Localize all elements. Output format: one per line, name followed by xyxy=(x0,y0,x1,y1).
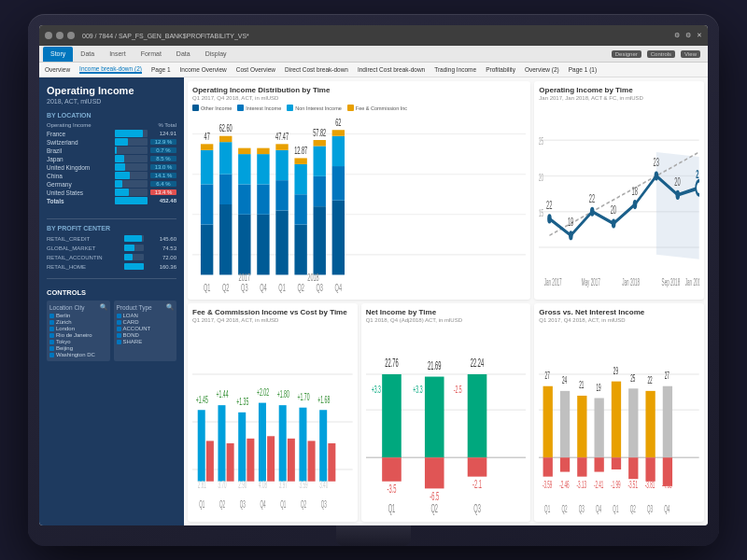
svg-text:2.81: 2.81 xyxy=(198,480,206,491)
svg-rect-19 xyxy=(257,184,269,214)
filter-item: Tokyo xyxy=(49,339,107,344)
svg-text:47: 47 xyxy=(204,131,210,143)
tab-story[interactable]: Story xyxy=(43,47,73,62)
svg-rect-104 xyxy=(328,443,335,482)
svg-rect-38 xyxy=(332,166,345,201)
svg-text:19: 19 xyxy=(597,383,601,394)
svg-rect-95 xyxy=(267,436,275,481)
svg-text:Q4: Q4 xyxy=(260,282,267,294)
svg-rect-154 xyxy=(628,388,638,457)
tab-data[interactable]: Data xyxy=(73,47,102,62)
chart4-area: 22.76 -3.5 21.69 -6.5 22.24 xyxy=(366,327,527,517)
svg-text:Q3: Q3 xyxy=(321,499,327,511)
svg-text:22.76: 22.76 xyxy=(385,357,399,370)
svg-point-60 xyxy=(590,207,595,217)
chart3-area: +1.45 +1.44 +1.35 +2.02 xyxy=(192,327,353,517)
svg-text:+2.02: +2.02 xyxy=(257,386,269,399)
svg-text:3.97: 3.97 xyxy=(279,480,288,491)
filter-item: Zürich xyxy=(49,319,107,325)
svg-text:20: 20 xyxy=(539,173,543,184)
chart-operating-income-dist: Operating Income Distribution by Time Q1… xyxy=(188,81,530,300)
svg-text:-3.13: -3.13 xyxy=(577,480,587,491)
top-bar: 009 / 7844 / SAP_FS_GEN_BANK$PROFITABILI… xyxy=(39,25,708,46)
tab-format[interactable]: Format xyxy=(134,47,169,62)
location-city-filter: Location City 🔍 Berlin Zürich London Rio… xyxy=(47,301,110,361)
tab-insert[interactable]: Insert xyxy=(102,47,134,62)
svg-text:23: 23 xyxy=(654,156,660,169)
nav-trading[interactable]: Trading Income xyxy=(434,66,476,73)
nav-profitability[interactable]: Profitability xyxy=(486,66,515,73)
svg-text:-2.5: -2.5 xyxy=(454,384,462,396)
filter-item: SHARE xyxy=(117,339,175,344)
svg-point-62 xyxy=(633,200,638,209)
profit-row: RETAIL_HOME 160.36 xyxy=(47,263,176,270)
svg-rect-16 xyxy=(238,154,250,184)
svg-rect-23 xyxy=(275,180,288,210)
nav-cost-overview[interactable]: Cost Overview xyxy=(236,66,275,73)
svg-text:Q1: Q1 xyxy=(204,282,211,294)
svg-text:Q2: Q2 xyxy=(219,499,225,511)
svg-text:3.70: 3.70 xyxy=(218,480,227,491)
svg-text:-4.63: -4.63 xyxy=(662,480,672,491)
nav-income-overview[interactable]: Income Overview xyxy=(180,66,227,73)
monitor: 009 / 7844 / SAP_FS_GEN_BANK$PROFITABILI… xyxy=(28,14,719,546)
svg-text:Q2: Q2 xyxy=(562,504,568,515)
svg-rect-160 xyxy=(543,457,553,476)
svg-rect-129 xyxy=(425,457,444,488)
window-path: 009 / 7844 / SAP_FS_GEN_BANK$PROFITABILI… xyxy=(82,33,249,39)
filter-item: CARD xyxy=(117,319,175,325)
svg-rect-14 xyxy=(238,215,250,275)
tab-data2[interactable]: Data xyxy=(169,47,198,62)
view-button[interactable]: View xyxy=(681,50,700,58)
svg-rect-125 xyxy=(382,457,402,482)
svg-text:27: 27 xyxy=(665,371,669,382)
designer-button[interactable]: Designer xyxy=(612,50,641,58)
controls-button[interactable]: Controls xyxy=(647,50,675,58)
chart5-area: 27 24 21 19 29 25 22 xyxy=(539,327,699,517)
svg-text:29: 29 xyxy=(613,366,618,377)
nav-page1[interactable]: Page 1 xyxy=(151,66,171,73)
svg-text:47.47: 47.47 xyxy=(275,131,289,143)
table-row: Japan 8.5 % xyxy=(47,155,176,162)
nav-direct-cost[interactable]: Direct Cost break-down xyxy=(285,66,348,73)
svg-text:Q1: Q1 xyxy=(388,501,395,514)
nav-page1-2[interactable]: Page 1 (1) xyxy=(569,66,597,73)
filter-item: London xyxy=(49,326,107,331)
tab-display[interactable]: Display xyxy=(198,47,234,62)
svg-text:+3.3: +3.3 xyxy=(371,384,380,396)
main-content: Operating Income 2018, ACT, mlUSD BY LOC… xyxy=(39,77,708,525)
svg-text:+1.45: +1.45 xyxy=(196,393,208,405)
svg-text:Q2: Q2 xyxy=(430,501,438,514)
svg-text:Q3: Q3 xyxy=(647,504,653,515)
nav-overview2[interactable]: Overview (2) xyxy=(525,66,559,73)
svg-text:Q2: Q2 xyxy=(222,282,230,294)
sidebar-title: Operating Income xyxy=(47,85,176,96)
nav-income-breakdown[interactable]: Income break-down (2) xyxy=(79,65,142,74)
top-bar-actions: ⚙ ⚙ ✕ xyxy=(674,32,702,39)
svg-text:Q1 2017: Q1 2017 xyxy=(565,516,582,517)
svg-point-61 xyxy=(612,218,616,228)
table-row: Brazil 0.7 % xyxy=(47,147,176,154)
svg-point-59 xyxy=(569,231,573,240)
monitor-stand xyxy=(336,525,411,546)
svg-text:Q1: Q1 xyxy=(199,499,204,511)
svg-rect-97 xyxy=(279,405,287,482)
svg-text:12.87: 12.87 xyxy=(294,145,307,157)
nav-overview[interactable]: Overview xyxy=(45,66,70,73)
filter-item: Washington DC xyxy=(49,352,107,357)
svg-rect-34 xyxy=(314,146,326,175)
chart-fee-commission: Fee & Commission Income vs Cost by Time … xyxy=(188,303,358,522)
svg-text:Q3: Q3 xyxy=(241,282,248,294)
window-control xyxy=(67,32,75,39)
svg-marker-56 xyxy=(656,152,699,259)
svg-text:4.08: 4.08 xyxy=(259,480,267,491)
svg-rect-168 xyxy=(612,457,621,469)
svg-text:Jan 2019: Jan 2019 xyxy=(685,277,699,288)
profit-center-table: RETAIL_CREDIT 145.60 GLOBAL_MARKET 74.53… xyxy=(47,235,176,273)
svg-text:20: 20 xyxy=(675,175,682,188)
by-location-title: BY LOCATION xyxy=(47,112,176,119)
nav-indirect-cost[interactable]: Indirect Cost break-down xyxy=(358,66,425,73)
svg-text:Q4: Q4 xyxy=(596,504,601,515)
profit-row: RETAIL_ACCOUNTIN 72.00 xyxy=(47,254,176,260)
svg-text:+1.70: +1.70 xyxy=(298,391,310,403)
